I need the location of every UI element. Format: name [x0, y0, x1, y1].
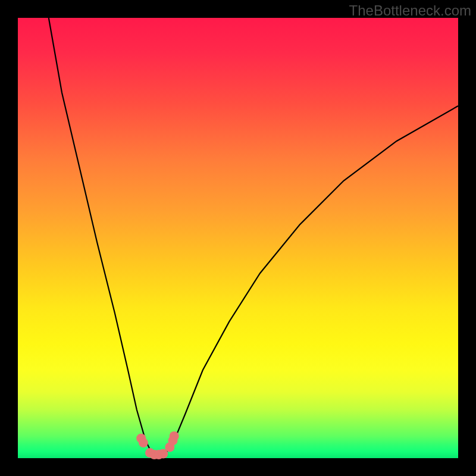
watermark-text: TheBottleneck.com	[349, 2, 471, 19]
curve-overlay	[0, 0, 476, 476]
highlight-dot	[139, 438, 148, 447]
highlight-dot	[170, 431, 179, 441]
highlight-dots	[136, 431, 179, 459]
bottleneck-curve-path	[49, 18, 458, 457]
